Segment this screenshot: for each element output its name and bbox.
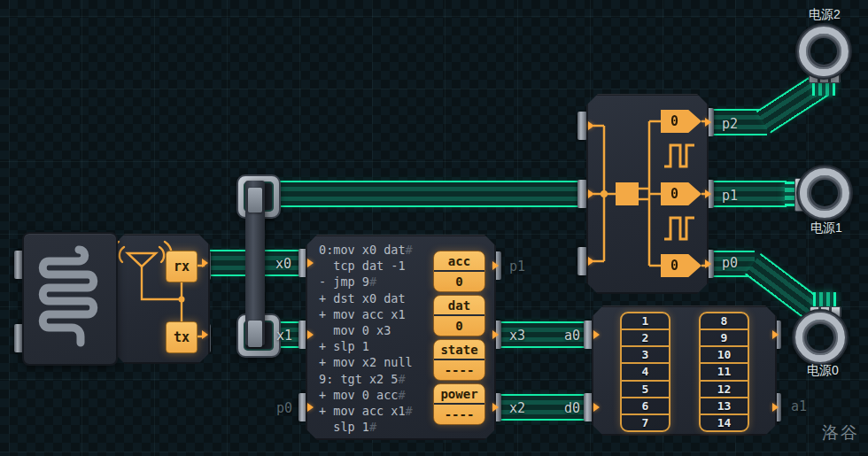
memchip-pin-arrow: [772, 330, 779, 339]
register-name: state: [434, 340, 484, 360]
memory-cell: 9: [701, 328, 748, 345]
code-line: + mov x2 null: [319, 354, 413, 370]
memchip-pin-arrow: [772, 403, 779, 412]
power1-label: 电源1: [795, 220, 857, 236]
register-name: dat: [434, 296, 484, 316]
pulsechip-pin-arrow: [588, 257, 594, 266]
pulse-output-value: 0: [661, 258, 688, 274]
editor-pin-arrow: [492, 330, 499, 339]
code-line: + mov 0 acc#: [319, 387, 413, 403]
pulsechip-pin-left-top[interactable]: [577, 112, 587, 140]
code-line: + slp 1: [319, 338, 413, 354]
rx-port[interactable]: rx: [166, 251, 198, 282]
code-line: mov 0 x3: [319, 322, 413, 338]
code-line: slp 1#: [319, 419, 413, 435]
code-line: - jmp 9#: [319, 274, 413, 290]
net-label-x0: x0: [267, 256, 299, 272]
tx-port[interactable]: tx: [166, 321, 198, 353]
register-state: state ----: [433, 339, 485, 381]
register-value: ----: [434, 405, 484, 424]
pulse-output-value: 0: [661, 113, 688, 129]
jumper-plug-top: [248, 188, 262, 213]
net-label-p0-unconnected: p0: [268, 400, 300, 416]
memchip-pin-arrow: [593, 330, 600, 339]
watermark: 洛谷: [822, 421, 859, 444]
power0-socket[interactable]: [795, 313, 845, 362]
pulse-generator-chip[interactable]: 0 0 0: [586, 94, 709, 294]
register-name: power: [434, 384, 484, 405]
net-label-x1: x1: [268, 328, 300, 344]
pulsechip-pin-left-mid[interactable]: [577, 180, 587, 208]
code-line: 9: tgt x2 5#: [319, 371, 413, 387]
rx-pin-arrow: [202, 259, 208, 267]
pulsechip-pin-arrow: [705, 259, 711, 268]
register-name: acc: [434, 251, 484, 272]
radio-antenna-panel[interactable]: rx tx: [113, 234, 210, 364]
net-label-d0: d0: [556, 400, 588, 416]
memory-cell: 8: [701, 313, 748, 328]
circuit-board[interactable]: 电源2 电源1 电源0 rx tx: [0, 0, 868, 456]
pulse-wave-icon: [664, 218, 694, 239]
pulsechip-pin-arrow: [705, 189, 711, 198]
editor-pin-arrow: [307, 259, 314, 267]
memory-column-right: 891011121314: [699, 312, 749, 432]
memory-cell: 12: [701, 380, 748, 397]
pulse-wave-icon: [664, 145, 694, 166]
editor-pin-arrow: [492, 261, 499, 270]
tx-port-label: tx: [174, 329, 190, 345]
trace-jumper-pulsechip[interactable]: [257, 181, 581, 207]
memory-chip[interactable]: 1234567 891011121314: [592, 305, 777, 436]
net-label-a1-unconnected: a1: [783, 398, 815, 414]
net-label-x2: x2: [501, 400, 533, 416]
power2-socket[interactable]: [799, 27, 849, 76]
net-label-p2: p2: [714, 116, 746, 132]
editor-pin-arrow: [492, 403, 499, 412]
net-label-p1-unconnected: p1: [501, 259, 533, 274]
register-acc: acc 0: [433, 251, 485, 292]
microcontroller-chip[interactable]: 0:mov x0 dat# tcp dat -1- jmp 9#+ dst x0…: [306, 235, 496, 440]
code-line: tcp dat -1: [319, 258, 413, 274]
power0-label: 电源0: [795, 363, 850, 379]
memory-cell: 13: [701, 397, 748, 413]
memory-cell: 14: [701, 413, 748, 430]
net-label-a0: a0: [556, 328, 588, 344]
net-label-x3: x3: [501, 328, 533, 344]
memory-cell: 6: [622, 397, 669, 413]
rx-port-label: rx: [174, 259, 190, 274]
code-line: + mov acc x1#: [319, 403, 413, 419]
memory-cell: 1: [622, 313, 669, 328]
memchip-pin-arrow: [593, 403, 600, 412]
pulsechip-pin-left-bot[interactable]: [577, 247, 587, 275]
memory-cell: 4: [622, 362, 669, 379]
register-value: 0: [434, 316, 484, 336]
register-power: power ----: [433, 383, 485, 425]
code-line: 0:mov x0 dat#: [319, 242, 413, 258]
memory-cell: 2: [622, 328, 669, 345]
memory-cell: 3: [622, 345, 669, 362]
editor-pin-arrow: [307, 403, 314, 412]
code-line: + dst x0 dat: [319, 290, 413, 306]
memory-cell: 7: [622, 413, 669, 430]
tx-pin-arrow: [202, 330, 208, 339]
power1-socket[interactable]: [800, 168, 849, 218]
register-value: 0: [434, 272, 484, 291]
radio-coil-panel[interactable]: [22, 232, 118, 366]
net-label-p1: p1: [714, 188, 746, 204]
memory-cell: 10: [701, 345, 748, 362]
register-dat: dat 0: [433, 295, 485, 336]
code-line: + mov acc x1: [319, 306, 413, 322]
coil-icon: [24, 234, 116, 364]
memory-cell: 5: [622, 380, 669, 397]
pulsechip-pin-arrow: [588, 189, 594, 198]
code-area[interactable]: 0:mov x0 dat# tcp dat -1- jmp 9#+ dst x0…: [319, 242, 413, 435]
editor-pin-arrow: [307, 330, 314, 339]
memory-cell: 11: [701, 362, 748, 379]
pulse-output-value: 0: [661, 186, 688, 202]
power2-label: 电源2: [797, 7, 852, 23]
pulsechip-pin-arrow: [588, 121, 594, 130]
jumper-plug-bottom: [248, 321, 262, 347]
register-value: ----: [434, 360, 484, 380]
memory-column-left: 1234567: [620, 312, 670, 432]
net-label-p0: p0: [714, 255, 746, 271]
pulsechip-pin-arrow: [705, 118, 711, 127]
